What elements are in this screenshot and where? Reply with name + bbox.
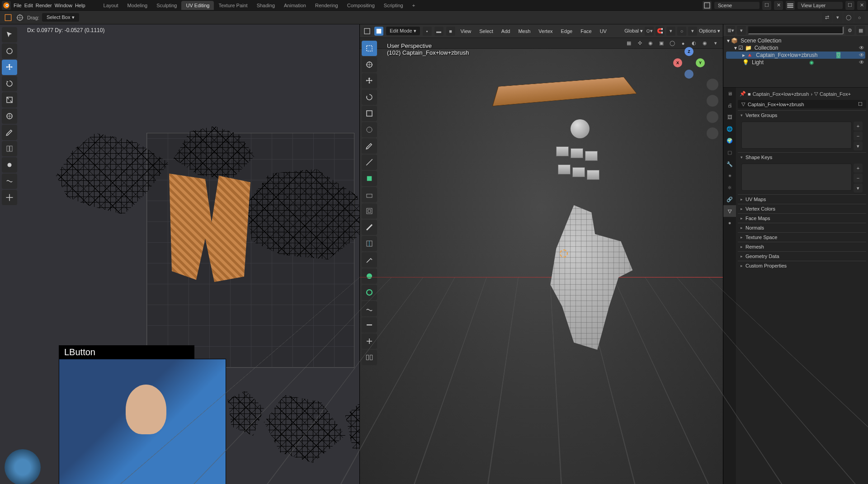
item-visibility-icon[interactable]: 👁 (859, 52, 864, 58)
proportional-falloff-icon[interactable]: ▾ (688, 27, 697, 36)
vtool-move[interactable] (362, 73, 377, 89)
navigation-gizmo[interactable]: Z X Y (673, 47, 705, 79)
mesh-plane[interactable] (492, 77, 637, 106)
camera-gizmo-icon[interactable] (707, 111, 718, 123)
select-mode-vertex-icon[interactable]: ▪ (423, 27, 432, 36)
item-visibility-icon[interactable]: 👁 (859, 59, 864, 66)
outliner-search-input[interactable] (748, 26, 844, 34)
shading-preview-icon[interactable]: ◐ (689, 39, 698, 48)
outliner-display-mode-icon[interactable]: ▾ (737, 26, 746, 35)
ptab-viewlayer-icon[interactable]: 🖼 (723, 111, 736, 123)
menu-view[interactable]: View (458, 27, 474, 35)
ptab-output-icon[interactable]: 🖨 (723, 99, 736, 111)
3d-viewport-area[interactable]: Edit Mode ▾ ▪ ▬ ■ View Select Add Mesh V… (360, 24, 723, 484)
vgroup-menu-icon[interactable]: ▾ (854, 141, 863, 150)
outliner-item-captain-fox[interactable]: ▸ 🔺Captain_Fox+low+zbrush ▽ 👁 (726, 52, 865, 59)
shading-solid-icon[interactable]: ● (679, 39, 688, 48)
shapekey-remove-icon[interactable]: − (854, 174, 863, 183)
menu-edit[interactable]: Edit (24, 3, 33, 8)
section-normals[interactable]: Normals (738, 223, 866, 232)
scene-new-icon[interactable]: ☐ (762, 1, 771, 10)
vgroup-remove-icon[interactable]: − (854, 132, 863, 141)
tab-compositing[interactable]: Compositing (343, 1, 379, 10)
menu-add[interactable]: Add (499, 27, 513, 35)
ptab-material-icon[interactable]: ● (723, 217, 736, 229)
snap-options-icon[interactable]: ▾ (666, 27, 675, 36)
xray-toggle-icon[interactable]: ▣ (657, 39, 666, 48)
viewlayer-browse-icon[interactable] (786, 1, 795, 10)
menu-file[interactable]: File (14, 3, 22, 8)
outliner-collection[interactable]: ▾ ☑ 📁Collection 👁 (726, 44, 865, 52)
tool-scale[interactable] (2, 92, 17, 108)
section-vertex-colors[interactable]: Vertex Colors (738, 204, 866, 213)
tab-uv-editing[interactable]: UV Editing (181, 1, 214, 10)
tab-sculpting[interactable]: Sculpting (152, 1, 181, 10)
vtool-scale[interactable] (362, 106, 377, 121)
scene-delete-icon[interactable]: ✕ (774, 1, 783, 10)
collection-visibility-icon[interactable]: 👁 (859, 45, 864, 51)
vtool-measure[interactable] (362, 155, 377, 170)
ptab-physics-icon[interactable]: ⚛ (723, 182, 736, 193)
mesh-teeth-boxes[interactable] (556, 146, 610, 192)
vtool-transform[interactable] (362, 122, 377, 137)
menu-select[interactable]: Select (476, 27, 496, 35)
section-vertex-groups[interactable]: Vertex Groups (738, 111, 866, 120)
breadcrumb-pin-icon[interactable]: 📌 (740, 91, 746, 97)
gizmo-toggle-icon[interactable]: ✣ (635, 39, 644, 48)
ptab-mesh-data-icon[interactable]: ▽ (723, 205, 736, 217)
overlay-toggle-icon[interactable]: ◉ (646, 39, 655, 48)
vtool-knife[interactable] (362, 252, 377, 268)
uv-editor-type-icon[interactable] (4, 13, 13, 22)
tab-shading[interactable]: Shading (252, 1, 279, 10)
ortho-gizmo-icon[interactable] (707, 127, 718, 139)
ptab-object-icon[interactable]: ▢ (723, 146, 736, 158)
vtool-annotate[interactable] (362, 138, 377, 154)
ptab-particle-icon[interactable]: ✴ (723, 170, 736, 182)
tool-annotate[interactable] (2, 125, 17, 140)
pan-gizmo-icon[interactable] (707, 95, 718, 107)
mesh-name-field[interactable]: ▽ Captain_Fox+low+zbrush ☐ (738, 100, 866, 108)
menu-mesh[interactable]: Mesh (515, 27, 533, 35)
shapekey-menu-icon[interactable]: ▾ (854, 183, 863, 193)
vtool-rotate[interactable] (362, 89, 377, 105)
tab-animation[interactable]: Animation (279, 1, 311, 10)
tab-scripting[interactable]: Scripting (379, 1, 408, 10)
tool-relax[interactable] (2, 174, 17, 189)
mesh-users-icon[interactable]: ☐ (858, 101, 863, 107)
proportional-edit-icon[interactable]: ○ (677, 27, 686, 36)
outliner-new-collection-icon[interactable]: ▦ (856, 26, 865, 35)
outliner-scene-collection[interactable]: ▾ 📦Scene Collection (726, 37, 865, 44)
vtool-loopcut[interactable] (362, 236, 377, 251)
uv-display-icon[interactable]: ▾ (833, 13, 843, 23)
shading-options-icon[interactable]: ▾ (711, 39, 720, 48)
tool-pinch[interactable] (2, 190, 17, 205)
menu-uv[interactable]: UV (597, 27, 609, 35)
uv-proportional-icon[interactable]: ○ (854, 13, 864, 23)
vtool-select-box[interactable] (362, 41, 377, 56)
tab-layout[interactable]: Layout (99, 1, 123, 10)
menu-vertex[interactable]: Vertex (536, 27, 555, 35)
gizmo-axis-z[interactable]: Z (684, 47, 693, 56)
section-shape-keys[interactable]: Shape Keys (738, 153, 866, 162)
section-face-maps[interactable]: Face Maps (738, 214, 866, 223)
tool-grab[interactable] (2, 157, 17, 173)
tool-cursor[interactable] (2, 27, 17, 42)
uv-sync-icon[interactable]: ⇄ (822, 13, 832, 23)
tab-rendering[interactable]: Rendering (311, 1, 343, 10)
viewlayer-delete-icon[interactable]: ✕ (857, 1, 866, 10)
mode-dropdown[interactable]: Edit Mode ▾ (386, 27, 420, 35)
zoom-gizmo-icon[interactable] (707, 79, 718, 90)
menu-render[interactable]: Render (36, 3, 52, 8)
section-uv-maps[interactable]: UV Maps (738, 195, 866, 204)
ptab-render-icon[interactable]: 🖥 (723, 88, 736, 99)
tool-rip[interactable] (2, 141, 17, 156)
vtool-add-cube[interactable] (362, 171, 377, 186)
mesh-data-icon[interactable]: ▽ (836, 52, 840, 58)
tool-transform[interactable] (2, 108, 17, 124)
tab-add-workspace[interactable]: + (408, 1, 420, 10)
shading-rendered-icon[interactable]: ◉ (700, 39, 709, 48)
options-dropdown[interactable]: Options ▾ (699, 28, 720, 34)
gizmo-axis-negz[interactable] (684, 70, 693, 79)
uv-snap-icon[interactable]: ◯ (844, 13, 854, 23)
tool-rotate[interactable] (2, 76, 17, 91)
